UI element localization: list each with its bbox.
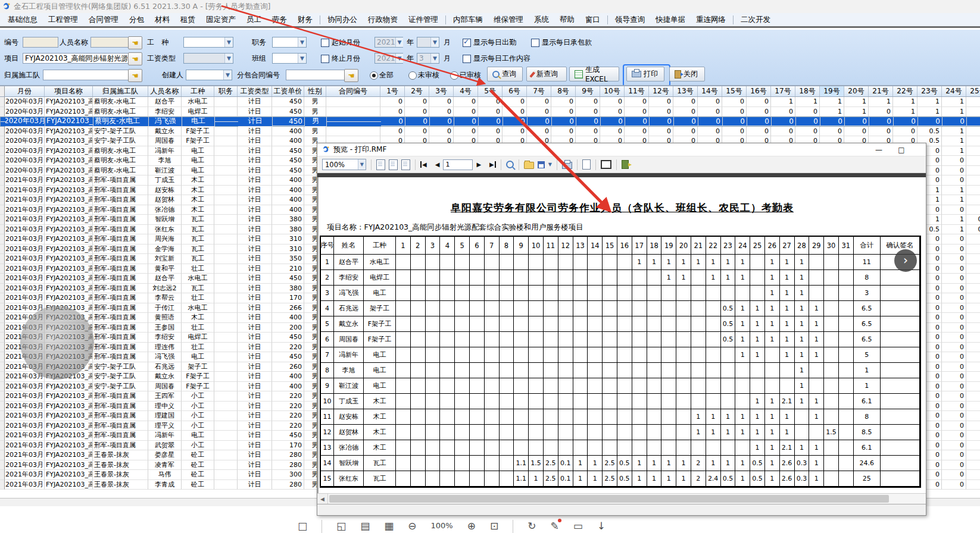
column-header-4[interactable]: 人员名称 <box>148 86 182 96</box>
viewer-next-button[interactable]: › <box>894 249 917 272</box>
menu-item-0[interactable]: 基础信息 <box>2 15 43 25</box>
show-daily-contract-checkbox[interactable] <box>531 39 539 47</box>
generate-excel-button[interactable]: 生成EXCEL <box>569 67 619 81</box>
column-header-1[interactable]: 月份 <box>5 86 45 96</box>
next-page-button[interactable]: ▶ <box>476 161 481 168</box>
radio-audited[interactable] <box>450 71 458 80</box>
day-column-header-11[interactable]: 11号 <box>625 86 649 96</box>
menu-item-13[interactable]: 证件管理 <box>403 15 444 25</box>
duty-select[interactable]: ▼ <box>272 37 307 48</box>
table-row[interactable]: 2020年03月FYJA202103_高能蔡明友-水电工李绍安电焊工计日450男… <box>0 107 980 117</box>
column-header-2[interactable]: 项目名称 <box>45 86 93 96</box>
page-layout-multi-icon[interactable] <box>389 159 398 170</box>
new-query-button[interactable]: 新查询 <box>526 67 567 81</box>
column-header-0[interactable] <box>0 86 5 96</box>
radio-unaudited[interactable] <box>408 71 417 80</box>
day-column-header-13[interactable]: 13号 <box>673 86 698 96</box>
menu-item-17[interactable]: 系统 <box>529 15 554 25</box>
exit-preview-icon[interactable] <box>622 160 629 169</box>
wage-type-select[interactable]: ▼ <box>183 53 233 64</box>
page-layout-single-icon[interactable] <box>376 159 385 170</box>
menu-item-11[interactable]: 协同办公 <box>322 15 363 25</box>
day-column-header-25[interactable]: 25号 <box>966 86 980 96</box>
start-month-checkbox[interactable] <box>321 39 329 47</box>
menu-item-8[interactable]: 劳务 <box>267 15 292 25</box>
prev-page-button[interactable]: ◀ <box>435 161 440 168</box>
menu-item-1[interactable]: 工程管理 <box>43 15 83 25</box>
preview-minimize-button[interactable]: — <box>871 145 887 155</box>
day-column-header-4[interactable]: 4号 <box>454 86 478 96</box>
subcontract-picker-hand-icon[interactable]: ☚ <box>344 69 358 82</box>
construction-team-input[interactable] <box>43 70 129 80</box>
menu-item-21[interactable]: 领导查询 <box>610 15 650 25</box>
viewer-previous-disc[interactable] <box>20 306 94 380</box>
viewer-icon-12[interactable]: ▭ <box>573 519 583 533</box>
first-page-button[interactable]: ◀ <box>420 161 427 168</box>
page-layout-blank-icon[interactable] <box>401 159 410 170</box>
day-column-header-19[interactable]: 19号 <box>820 86 844 96</box>
day-column-header-6[interactable]: 6号 <box>503 86 527 96</box>
table-row[interactable]: 2020年03月FYJA202103_高能蔡明友-水电工赵合平水电工计日450男… <box>0 97 980 107</box>
end-month-select[interactable]: 3▼ <box>417 53 439 64</box>
day-column-header-24[interactable]: 24号 <box>942 86 966 96</box>
hscroll-left-arrow-icon[interactable]: ◀ <box>317 494 328 504</box>
day-column-header-17[interactable]: 17号 <box>771 86 795 96</box>
radio-all[interactable] <box>370 71 378 80</box>
preview-print-icon[interactable] <box>562 162 572 169</box>
menu-item-2[interactable]: 合同管理 <box>83 15 124 25</box>
viewer-icon-4[interactable]: ▦ <box>384 519 394 533</box>
day-column-header-22[interactable]: 22号 <box>893 86 917 96</box>
day-column-header-14[interactable]: 14号 <box>698 86 722 96</box>
project-input[interactable] <box>23 53 130 64</box>
crew-select[interactable]: ▼ <box>272 53 307 64</box>
menu-item-16[interactable]: 维保管理 <box>488 15 529 25</box>
end-year-select[interactable]: 2021▼ <box>374 53 403 64</box>
column-header-7[interactable]: 工资类型 <box>238 86 272 96</box>
open-file-icon[interactable] <box>524 162 534 169</box>
column-header-8[interactable]: 工资单价 <box>272 86 304 96</box>
last-page-button[interactable]: ▶ <box>489 161 496 168</box>
menu-item-3[interactable]: 分包 <box>124 15 149 25</box>
viewer-icon-10[interactable]: ↻ <box>528 519 536 533</box>
start-year-select[interactable]: 2021▼ <box>374 37 403 48</box>
day-column-header-12[interactable]: 12号 <box>649 86 673 96</box>
day-column-header-7[interactable]: 7号 <box>527 86 551 96</box>
viewer-icon-5[interactable]: ⊖ <box>408 519 416 533</box>
menu-item-18[interactable]: 帮助 <box>554 15 580 25</box>
close-button[interactable]: 关闭 <box>669 67 705 81</box>
preview-hscrollbar[interactable]: ◀ <box>317 493 926 504</box>
viewer-icon-11[interactable]: ✎ <box>550 519 558 533</box>
show-daily-work-checkbox[interactable] <box>463 55 471 63</box>
save-icon[interactable] <box>538 161 545 168</box>
show-daily-attendance-checkbox[interactable] <box>463 39 471 47</box>
menu-item-9[interactable]: 财务 <box>292 15 318 25</box>
page-number-input[interactable] <box>443 159 473 170</box>
column-header-3[interactable]: 归属施工队 <box>93 86 148 96</box>
project-picker-hand-icon[interactable]: ☚ <box>128 52 142 65</box>
column-header-9[interactable]: 性别 <box>304 86 326 96</box>
menu-item-4[interactable]: 材料 <box>149 15 175 25</box>
day-column-header-10[interactable]: 10号 <box>600 86 625 96</box>
trade-select[interactable]: ▼ <box>183 37 233 48</box>
day-column-header-9[interactable]: 9号 <box>576 86 600 96</box>
day-column-header-23[interactable]: 23号 <box>917 86 942 96</box>
preview-maximize-button[interactable]: □ <box>894 145 909 155</box>
column-header-6[interactable]: 职务 <box>214 86 238 96</box>
menu-item-19[interactable]: 窗口 <box>580 15 606 25</box>
person-picker-hand-icon[interactable]: ☚ <box>128 36 142 49</box>
viewer-icon-2[interactable]: ◱ <box>336 519 346 533</box>
menu-item-6[interactable]: 固定资产 <box>201 15 241 25</box>
preview-title-bar[interactable]: 预览 - 打印.RMF — □ <box>317 143 926 156</box>
day-column-header-21[interactable]: 21号 <box>869 86 893 96</box>
blank-page-icon[interactable] <box>582 159 591 170</box>
day-column-header-16[interactable]: 16号 <box>747 86 771 96</box>
day-column-header-8[interactable]: 8号 <box>551 86 576 96</box>
day-column-header-3[interactable]: 3号 <box>429 86 454 96</box>
menu-item-12[interactable]: 行政物资 <box>363 15 403 25</box>
menu-item-22[interactable]: 快捷单据 <box>650 15 691 25</box>
viewer-icon-13[interactable]: ↓ <box>597 519 606 533</box>
hscroll-thumb[interactable] <box>329 495 889 503</box>
column-header-5[interactable]: 工种 <box>182 86 214 96</box>
full-page-view-icon[interactable] <box>601 160 611 169</box>
day-column-header-1[interactable]: 1号 <box>380 86 405 96</box>
